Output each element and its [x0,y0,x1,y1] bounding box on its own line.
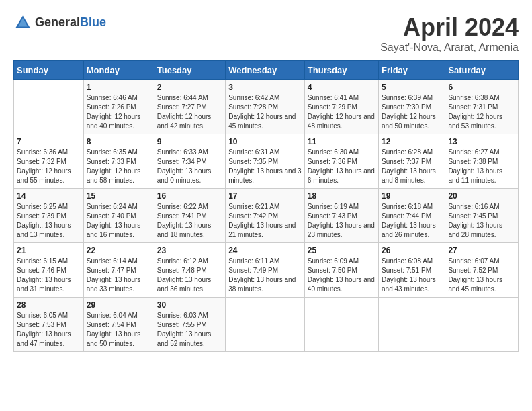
calendar-week-row: 28 Sunrise: 6:05 AMSunset: 7:53 PMDaylig… [14,298,519,352]
day-info: Sunrise: 6:07 AMSunset: 7:52 PMDaylight:… [448,257,515,294]
day-info: Sunrise: 6:21 AMSunset: 7:42 PMDaylight:… [228,202,302,240]
calendar-cell: 20 Sunrise: 6:16 AMSunset: 7:45 PMDaylig… [445,189,519,243]
day-info: Sunrise: 6:12 AMSunset: 7:48 PMDaylight:… [157,257,222,294]
calendar-table: SundayMondayTuesdayWednesdayThursdayFrid… [13,60,519,352]
weekday-header: Sunday [14,61,84,80]
weekday-header: Saturday [445,61,519,80]
day-number: 2 [157,83,222,92]
logo-general-text: GeneralBlue [35,16,106,30]
day-info: Sunrise: 6:36 AMSunset: 7:32 PMDaylight:… [17,148,81,185]
day-number: 18 [308,191,375,201]
day-number: 23 [157,246,222,255]
day-number: 6 [448,83,515,92]
day-number: 8 [87,137,151,146]
day-info: Sunrise: 6:46 AMSunset: 7:26 PMDaylight:… [87,93,151,131]
calendar-cell: 6 Sunrise: 6:38 AMSunset: 7:31 PMDayligh… [445,80,519,134]
day-number: 14 [17,191,81,201]
day-number: 15 [87,191,151,201]
weekday-header: Tuesday [154,61,225,80]
day-info: Sunrise: 6:18 AMSunset: 7:44 PMDaylight:… [382,202,442,240]
calendar-cell: 29 Sunrise: 6:04 AMSunset: 7:54 PMDaylig… [83,298,154,352]
day-number: 19 [382,191,442,201]
calendar-cell: 3 Sunrise: 6:42 AMSunset: 7:28 PMDayligh… [226,80,305,134]
calendar-cell: 19 Sunrise: 6:18 AMSunset: 7:44 PMDaylig… [379,189,445,243]
calendar-cell: 4 Sunrise: 6:41 AMSunset: 7:29 PMDayligh… [304,80,378,134]
calendar-cell: 9 Sunrise: 6:33 AMSunset: 7:34 PMDayligh… [154,134,225,189]
day-info: Sunrise: 6:35 AMSunset: 7:33 PMDaylight:… [87,148,151,185]
calendar-cell: 2 Sunrise: 6:44 AMSunset: 7:27 PMDayligh… [154,80,225,134]
weekday-header: Wednesday [226,61,305,80]
calendar-cell [14,80,84,134]
day-info: Sunrise: 6:03 AMSunset: 7:55 PMDaylight:… [157,311,222,349]
calendar-cell: 12 Sunrise: 6:28 AMSunset: 7:37 PMDaylig… [379,134,445,189]
calendar-cell: 26 Sunrise: 6:08 AMSunset: 7:51 PMDaylig… [379,243,445,298]
page-subtitle: Sayat'-Nova, Ararat, Armenia [380,42,519,54]
day-number: 20 [448,191,515,201]
weekday-header-row: SundayMondayTuesdayWednesdayThursdayFrid… [14,61,519,80]
day-info: Sunrise: 6:30 AMSunset: 7:36 PMDaylight:… [308,148,375,185]
day-number: 10 [228,137,302,146]
day-number: 4 [308,83,375,92]
calendar-cell: 17 Sunrise: 6:21 AMSunset: 7:42 PMDaylig… [226,189,305,243]
calendar-week-row: 21 Sunrise: 6:15 AMSunset: 7:46 PMDaylig… [14,243,519,298]
day-info: Sunrise: 6:24 AMSunset: 7:40 PMDaylight:… [87,202,151,240]
day-info: Sunrise: 6:41 AMSunset: 7:29 PMDaylight:… [308,93,375,131]
day-info: Sunrise: 6:39 AMSunset: 7:30 PMDaylight:… [382,93,442,131]
calendar-cell: 10 Sunrise: 6:31 AMSunset: 7:35 PMDaylig… [226,134,305,189]
calendar-cell [226,298,305,352]
day-info: Sunrise: 6:19 AMSunset: 7:43 PMDaylight:… [308,202,375,240]
day-info: Sunrise: 6:25 AMSunset: 7:39 PMDaylight:… [17,202,81,240]
day-info: Sunrise: 6:11 AMSunset: 7:49 PMDaylight:… [228,257,302,294]
calendar-cell: 18 Sunrise: 6:19 AMSunset: 7:43 PMDaylig… [304,189,378,243]
calendar-cell: 23 Sunrise: 6:12 AMSunset: 7:48 PMDaylig… [154,243,225,298]
day-number: 27 [448,246,515,255]
day-info: Sunrise: 6:31 AMSunset: 7:35 PMDaylight:… [228,148,302,185]
calendar-week-row: 1 Sunrise: 6:46 AMSunset: 7:26 PMDayligh… [14,80,519,134]
calendar-cell: 22 Sunrise: 6:14 AMSunset: 7:47 PMDaylig… [83,243,154,298]
calendar-cell: 16 Sunrise: 6:22 AMSunset: 7:41 PMDaylig… [154,189,225,243]
day-number: 26 [382,246,442,255]
day-number: 7 [17,137,81,146]
day-number: 12 [382,137,442,146]
day-number: 21 [17,246,81,255]
weekday-header: Monday [83,61,154,80]
day-info: Sunrise: 6:33 AMSunset: 7:34 PMDaylight:… [157,148,222,185]
calendar-cell: 14 Sunrise: 6:25 AMSunset: 7:39 PMDaylig… [14,189,84,243]
day-number: 22 [87,246,151,255]
weekday-header: Thursday [304,61,378,80]
calendar-cell: 15 Sunrise: 6:24 AMSunset: 7:40 PMDaylig… [83,189,154,243]
day-number: 1 [87,83,151,92]
calendar-cell: 1 Sunrise: 6:46 AMSunset: 7:26 PMDayligh… [83,80,154,134]
day-info: Sunrise: 6:15 AMSunset: 7:46 PMDaylight:… [17,257,81,294]
calendar-cell: 24 Sunrise: 6:11 AMSunset: 7:49 PMDaylig… [226,243,305,298]
calendar-week-row: 14 Sunrise: 6:25 AMSunset: 7:39 PMDaylig… [14,189,519,243]
day-info: Sunrise: 6:28 AMSunset: 7:37 PMDaylight:… [382,148,442,185]
day-number: 5 [382,83,442,92]
title-area: April 2024 Sayat'-Nova, Ararat, Armenia [380,13,519,54]
day-number: 25 [308,246,375,255]
calendar-cell [445,298,519,352]
calendar-cell [304,298,378,352]
day-info: Sunrise: 6:22 AMSunset: 7:41 PMDaylight:… [157,202,222,240]
calendar-cell: 30 Sunrise: 6:03 AMSunset: 7:55 PMDaylig… [154,298,225,352]
day-number: 29 [87,300,151,310]
day-info: Sunrise: 6:14 AMSunset: 7:47 PMDaylight:… [87,257,151,294]
calendar-cell: 13 Sunrise: 6:27 AMSunset: 7:38 PMDaylig… [445,134,519,189]
page-header: GeneralBlue April 2024 Sayat'-Nova, Arar… [13,13,519,54]
day-number: 28 [17,300,81,310]
calendar-week-row: 7 Sunrise: 6:36 AMSunset: 7:32 PMDayligh… [14,134,519,189]
page-title: April 2024 [380,13,519,42]
day-info: Sunrise: 6:44 AMSunset: 7:27 PMDaylight:… [157,93,222,131]
calendar-cell: 25 Sunrise: 6:09 AMSunset: 7:50 PMDaylig… [304,243,378,298]
day-number: 17 [228,191,302,201]
day-info: Sunrise: 6:42 AMSunset: 7:28 PMDaylight:… [228,93,302,131]
day-info: Sunrise: 6:09 AMSunset: 7:50 PMDaylight:… [308,257,375,294]
day-info: Sunrise: 6:16 AMSunset: 7:45 PMDaylight:… [448,202,515,240]
day-number: 24 [228,246,302,255]
day-number: 9 [157,137,222,146]
day-number: 11 [308,137,375,146]
calendar-cell: 28 Sunrise: 6:05 AMSunset: 7:53 PMDaylig… [14,298,84,352]
weekday-header: Friday [379,61,445,80]
calendar-cell: 5 Sunrise: 6:39 AMSunset: 7:30 PMDayligh… [379,80,445,134]
day-number: 13 [448,137,515,146]
